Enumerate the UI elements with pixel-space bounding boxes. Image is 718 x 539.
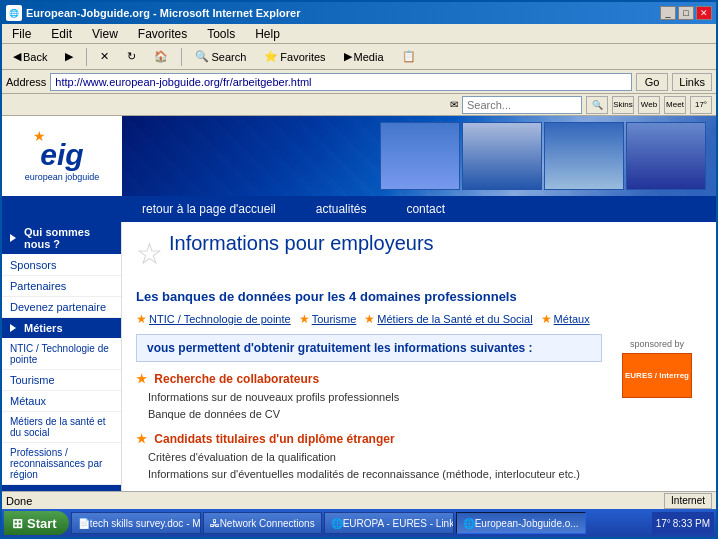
back-button[interactable]: ◀ Back	[6, 46, 54, 68]
logo-tagline: european jobguide	[25, 172, 100, 182]
ie-icon2: 🌐	[331, 518, 343, 529]
address-bar: Address http://www.european-jobguide.org…	[2, 70, 716, 94]
feature-desc-1-0: Critères d'évaluation de la qualificatio…	[136, 449, 602, 466]
nav-spacer	[2, 196, 122, 222]
banner-img3	[544, 122, 624, 190]
forward-button[interactable]: ▶	[58, 46, 80, 68]
banner-img2	[462, 122, 542, 190]
domain-link-ntic[interactable]: NTIC / Technologie de pointe	[149, 313, 291, 325]
taskbar-item-1[interactable]: 🖧 Network Connections	[203, 512, 322, 534]
menu-help[interactable]: Help	[249, 25, 286, 43]
feature-title-1: ★ Candidats titulaires d'un diplôme étra…	[136, 432, 602, 446]
toolbar-separator	[86, 48, 87, 66]
sidebar-item-become-partner[interactable]: Devenez partenaire	[2, 297, 121, 318]
browser-icon: 🌐	[6, 5, 22, 21]
description-text: vous permettent d'obtenir gratuitement l…	[147, 341, 533, 355]
content-right: sponsored by EURES / Interreg	[612, 279, 702, 495]
skins-button[interactable]: Skins	[612, 96, 634, 114]
sidebar-item-metaux[interactable]: Métaux	[2, 391, 121, 412]
history-button[interactable]: 📋	[395, 46, 423, 68]
sidebar-item-tourisme[interactable]: Tourisme	[2, 370, 121, 391]
title-bar-left: 🌐 European-Jobguide.org - Microsoft Inte…	[6, 5, 300, 21]
window-title: European-Jobguide.org - Microsoft Intern…	[26, 7, 300, 19]
sidebar-item-partners[interactable]: Partenaires	[2, 276, 121, 297]
taskbar-tray: 17° 8:33 PM	[652, 512, 714, 534]
email-icon: ✉	[450, 99, 458, 110]
address-label: Address	[6, 76, 46, 88]
tray-temp: 17°	[656, 518, 671, 529]
logo-star: ★	[33, 128, 46, 144]
close-button[interactable]: ✕	[696, 6, 712, 20]
refresh-button[interactable]: ↻	[120, 46, 143, 68]
ie-toolbar2: ✉ 🔍 Skins Web Meet 17°	[2, 94, 716, 116]
feature-diplome: ★ Candidats titulaires d'un diplôme étra…	[136, 432, 602, 482]
network-icon: 🖧	[210, 518, 220, 529]
domain-item-0: ★ NTIC / Technologie de pointe	[136, 312, 291, 326]
word-icon: 📄	[78, 518, 90, 529]
site-content: ★ eig european jobguide	[2, 116, 716, 495]
domain-item-2: ★ Métiers de la Santé et du Social	[364, 312, 532, 326]
arrow-icon	[10, 234, 16, 242]
meet-button[interactable]: Meet	[664, 96, 686, 114]
windows-icon: ⊞	[12, 516, 23, 531]
domains-list: ★ NTIC / Technologie de pointe ★ Tourism…	[136, 312, 602, 326]
favorites-button[interactable]: ⭐ Favorites	[257, 46, 332, 68]
sidebar-item-professions[interactable]: Professions / reconnaissances par région	[2, 443, 121, 485]
search-input[interactable]	[462, 96, 582, 114]
menu-edit[interactable]: Edit	[45, 25, 78, 43]
nav-home[interactable]: retour à la page d'accueil	[122, 202, 296, 216]
links-button[interactable]: Links	[672, 73, 712, 91]
sponsored-label: sponsored by	[612, 339, 702, 349]
taskbar-item-0[interactable]: 📄 tech skills survey.doc - Mi...	[71, 512, 201, 534]
menu-file[interactable]: File	[6, 25, 37, 43]
site-header: ★ eig european jobguide	[2, 116, 716, 196]
address-input[interactable]: http://www.european-jobguide.org/fr/arbe…	[50, 73, 631, 91]
maximize-button[interactable]: □	[678, 6, 694, 20]
content-main: Les banques de données pour les 4 domain…	[136, 279, 702, 495]
window-controls: _ □ ✕	[660, 6, 712, 20]
minimize-button[interactable]: _	[660, 6, 676, 20]
ie-icon3: 🌐	[463, 518, 475, 529]
menu-tools[interactable]: Tools	[201, 25, 241, 43]
domain-item-1: ★ Tourisme	[299, 312, 357, 326]
web-button[interactable]: Web	[638, 96, 660, 114]
bullet-star-1: ★	[299, 312, 310, 326]
nav-news[interactable]: actualités	[296, 202, 387, 216]
bullet-star-2: ★	[364, 312, 375, 326]
nav-contact[interactable]: contact	[386, 202, 465, 216]
sidebar-section-metiers[interactable]: Métiers	[2, 318, 121, 338]
temp-button[interactable]: 17°	[690, 96, 712, 114]
sidebar-section-whoweare[interactable]: Qui sommes nous ?	[2, 222, 121, 254]
start-button[interactable]: ⊞ Start	[4, 511, 69, 535]
tray-time: 8:33 PM	[673, 518, 710, 529]
banner-img4	[626, 122, 706, 190]
header-banner	[122, 116, 716, 196]
taskbar: ⊞ Start 📄 tech skills survey.doc - Mi...…	[2, 509, 716, 537]
bullet-star-3: ★	[541, 312, 552, 326]
domain-link-tourisme[interactable]: Tourisme	[312, 313, 357, 325]
feature-desc-0-1: Banque de données de CV	[136, 406, 602, 423]
sidebar-item-sante[interactable]: Métiers de la santé et du social	[2, 412, 121, 443]
taskbar-item-3[interactable]: 🌐 European-Jobguide.o...	[456, 512, 586, 534]
domain-link-sante[interactable]: Métiers de la Santé et du Social	[377, 313, 532, 325]
content-left: Les banques de données pour les 4 domain…	[136, 279, 602, 495]
media-button[interactable]: ▶ Media	[337, 46, 391, 68]
menu-favorites[interactable]: Favorites	[132, 25, 193, 43]
sidebar-item-ntic[interactable]: NTIC / Technologie de pointe	[2, 339, 121, 370]
home-button[interactable]: 🏠	[147, 46, 175, 68]
page-title: Informations pour employeurs	[169, 232, 434, 255]
arrow-icon2	[10, 324, 16, 332]
stop-button[interactable]: ✕	[93, 46, 116, 68]
sidebar-item-sponsors[interactable]: Sponsors	[2, 255, 121, 276]
go-button[interactable]: Go	[636, 73, 669, 91]
domain-link-metaux[interactable]: Métaux	[554, 313, 590, 325]
menu-view[interactable]: View	[86, 25, 124, 43]
search-button[interactable]: 🔍 Search	[188, 46, 253, 68]
search-go-button[interactable]: 🔍	[586, 96, 608, 114]
title-area: ☆ Informations pour employeurs	[136, 232, 702, 271]
feature-star-0: ★	[136, 372, 147, 386]
nav-bar: retour à la page d'accueil actualités co…	[2, 196, 716, 222]
feature-recherche: ★ Recherche de collaborateurs Informatio…	[136, 372, 602, 422]
taskbar-item-2[interactable]: 🌐 EUROPA - EURES - Links ...	[324, 512, 454, 534]
toolbar-separator2	[181, 48, 182, 66]
